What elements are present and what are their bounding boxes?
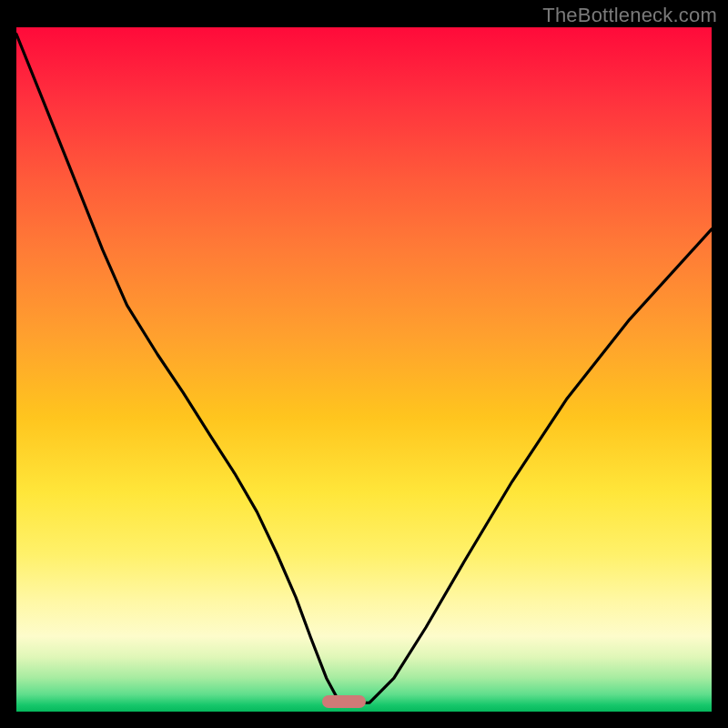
optimal-range-marker [322,695,366,708]
chart-frame: TheBottleneck.com [0,0,728,728]
bottleneck-curve [16,27,712,712]
plot-area [16,27,712,712]
watermark-text: TheBottleneck.com [542,4,717,27]
curve-path [16,35,712,704]
